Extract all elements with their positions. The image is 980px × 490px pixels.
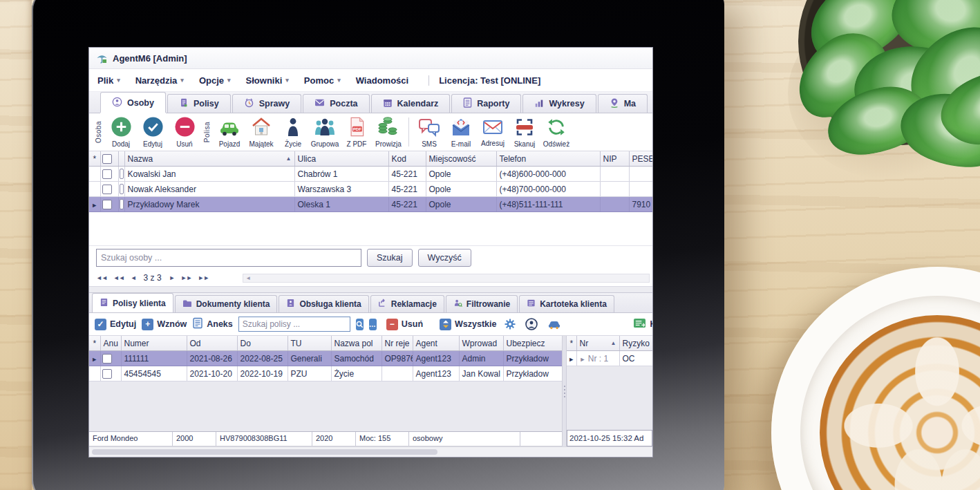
ellipsis-button[interactable]: … <box>369 319 377 330</box>
table-row[interactable]: Kowalski Jan Chabrów 1 45-221 Opole (+48… <box>89 167 652 182</box>
refresh-button[interactable]: Odśwież <box>540 115 572 149</box>
col-telefon[interactable]: Telefon <box>496 151 600 167</box>
window-hscrollbar[interactable] <box>89 446 652 457</box>
col-ulica[interactable]: Ulica <box>294 151 388 167</box>
menu-item[interactable]: Plik ▾ <box>97 75 120 86</box>
show-all-button[interactable]: Wszystkie <box>440 319 496 330</box>
tab-osoby[interactable]: Osoby <box>100 92 166 113</box>
col-nazwa-pol[interactable]: Nazwa pol <box>331 336 381 351</box>
receipt-kp-icon <box>633 317 646 331</box>
magnifier-icon[interactable] <box>356 319 364 330</box>
row-checkbox[interactable] <box>102 369 112 379</box>
address-button[interactable]: Adresuj <box>477 115 509 149</box>
clear-button[interactable]: Wyczyść <box>418 249 471 267</box>
commission-button[interactable]: Prowizja <box>373 115 404 149</box>
select-all-header[interactable] <box>100 151 118 167</box>
col-numer[interactable]: Numer <box>121 336 187 351</box>
col-tu[interactable]: TU <box>288 336 331 351</box>
sms-button[interactable]: SMS <box>413 115 445 149</box>
policy-search-input[interactable] <box>238 317 350 332</box>
table-row[interactable]: ► 111111 2021-08-26 2022-08-25 Generali … <box>89 351 562 366</box>
col-ubezpieczony[interactable]: Ubezpiecz <box>503 336 562 351</box>
titlebar: AgentM6 [Admin] <box>89 48 652 69</box>
edit-person-button[interactable]: Edytuj <box>137 115 169 149</box>
scrollbar-thumb[interactable] <box>92 449 437 455</box>
checkbox-icon[interactable] <box>102 154 112 164</box>
grid-hscrollbar[interactable]: ◄ <box>243 274 650 283</box>
pager-first-button[interactable]: ◄◄ <box>96 274 107 281</box>
menu-item[interactable]: Pomoc ▾ <box>304 75 341 86</box>
col-agent[interactable]: Agent <box>413 336 459 351</box>
tab-mapa[interactable]: Ma <box>598 94 648 113</box>
table-row[interactable]: 45454545 2021-10-20 2022-10-19 PZU Życie… <box>89 366 562 381</box>
policy-annex-button[interactable]: Aneks <box>192 317 233 331</box>
menu-item[interactable]: Wiadomości <box>356 75 412 86</box>
row-checkbox[interactable] <box>102 185 112 194</box>
tab-raporty[interactable]: Raporty <box>451 94 521 113</box>
col-pesel[interactable]: PESEL <box>629 151 652 167</box>
group-policy-button[interactable]: Grupowa <box>309 115 341 149</box>
policy-renew-button[interactable]: + Wznów <box>142 319 187 330</box>
menu-item[interactable]: Słowniki ▾ <box>246 75 289 86</box>
tab-wykresy[interactable]: Wykresy <box>522 94 596 113</box>
car-small-icon[interactable] <box>547 319 561 330</box>
tab-kalendarz[interactable]: Kalendarz <box>371 94 451 113</box>
table-row[interactable]: Nowak Aleksander Warszawska 3 45-221 Opo… <box>89 182 652 197</box>
life-policy-button[interactable]: Życie <box>277 115 309 149</box>
scan-button[interactable]: Skanuj <box>509 115 540 149</box>
property-policy-button[interactable]: Majątek <box>245 115 277 149</box>
menu-item[interactable]: Opcje ▾ <box>199 75 231 86</box>
policy-edit-button[interactable]: ✓ Edytuj <box>95 319 136 330</box>
add-person-button[interactable]: Dodaj <box>105 115 137 149</box>
from-pdf-button[interactable]: PDF Z PDF <box>341 115 373 149</box>
kp-receipt-button[interactable]: KP <box>633 317 653 331</box>
col-ryzyko[interactable]: Ryzyko <box>619 336 652 351</box>
row-checkbox[interactable] <box>102 169 112 179</box>
col-kod[interactable]: Kod <box>388 151 426 167</box>
tab-reklamacje[interactable]: Reklamacje <box>370 295 444 312</box>
profile-icon[interactable] <box>525 318 538 330</box>
vehicle-policy-button[interactable]: Pojazd <box>214 115 245 149</box>
vertical-splitter[interactable] <box>562 336 567 446</box>
col-do[interactable]: Do <box>237 336 288 351</box>
search-input[interactable] <box>96 249 361 267</box>
delete-person-button[interactable]: Usuń <box>169 115 200 149</box>
table-row[interactable]: ► ► Nr : 1 OC <box>567 351 652 366</box>
tab-polisy-klienta[interactable]: Polisy klienta <box>92 293 173 312</box>
expander-icon[interactable]: ► <box>580 356 586 363</box>
col-nip[interactable]: NIP <box>600 151 629 167</box>
col-wprowadzil[interactable]: Wprowad <box>459 336 503 351</box>
search-button[interactable]: Szukaj <box>367 249 413 267</box>
row-checkbox[interactable] <box>102 354 112 364</box>
tab-obsluga-klienta[interactable]: Obsługa klienta <box>279 295 368 312</box>
tab-poczta[interactable]: Poczta <box>303 94 369 113</box>
menu-item[interactable]: Narzędzia ▾ <box>135 75 184 86</box>
tab-dokumenty-klienta[interactable]: Dokumenty klienta <box>175 295 278 312</box>
col-miejscowosc[interactable]: Miejscowość <box>426 151 496 167</box>
cell-tu: PZU <box>288 366 331 381</box>
tab-sprawy[interactable]: Sprawy <box>232 94 301 113</box>
policy-delete-button[interactable]: − Usuń <box>386 319 423 330</box>
tab-filtrowanie[interactable]: Filtrowanie <box>446 295 518 312</box>
scroll-left-icon[interactable]: ◄ <box>245 275 251 281</box>
table-row[interactable]: ► Przykładowy Marek Oleska 1 45-221 Opol… <box>89 197 652 212</box>
tab-polisy[interactable]: Polisy <box>167 94 231 113</box>
col-od[interactable]: Od <box>187 336 237 351</box>
col-anu[interactable]: Anu <box>100 336 121 351</box>
pager-prev-button[interactable]: ◄ <box>131 274 136 281</box>
horizontal-splitter[interactable] <box>89 286 652 293</box>
row-checkbox[interactable] <box>102 200 112 209</box>
settings-gear-icon[interactable] <box>505 319 516 330</box>
pager-next-button[interactable]: ► <box>169 274 175 281</box>
pager-fast-prev-button[interactable]: ◄◄ <box>113 274 124 281</box>
bar-chart-icon <box>534 98 544 110</box>
cell-phone: (+48)600-000-000 <box>496 167 600 182</box>
col-nr[interactable]: Nr▲ <box>576 336 619 351</box>
policy-rows: ► 111111 2021-08-26 2022-08-25 Generali … <box>89 351 562 381</box>
email-button[interactable]: E-mail <box>445 115 477 149</box>
pager-fast-next-button[interactable]: ►► <box>181 274 192 281</box>
col-nr-rej[interactable]: Nr reje <box>381 336 413 351</box>
tab-kartoteka-klienta[interactable]: Kartoteka klienta <box>519 295 614 312</box>
col-nazwa[interactable]: Nazwa▲ <box>124 151 294 167</box>
pager-last-button[interactable]: ►► <box>198 274 209 281</box>
